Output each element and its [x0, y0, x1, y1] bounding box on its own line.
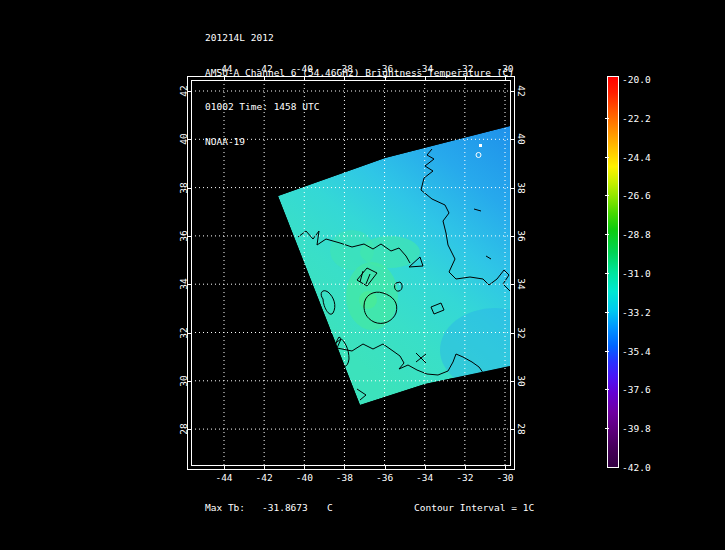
- max-tb-label: Max Tb:: [205, 502, 245, 513]
- plot-canvas: 201214L 2012 AMSU-A Channel 6 (54.46GHz)…: [0, 0, 725, 550]
- colorbar-tick-mark: [605, 351, 609, 352]
- colorbar-tick-label: -35.4: [622, 345, 651, 356]
- swath-green-spot: [359, 291, 377, 309]
- colorbar-tick-mark: [605, 118, 609, 119]
- swath-blue-wash: [440, 308, 550, 392]
- colorbar-tick-mark: [605, 273, 609, 274]
- colorbar-tick-mark: [605, 312, 609, 313]
- colorbar-tick-label: -39.8: [622, 423, 651, 434]
- swath-group: [278, 126, 550, 405]
- colorbar-tick-mark: [605, 428, 609, 429]
- max-tb-unit: C: [327, 502, 333, 513]
- colorbar-tick-mark: [605, 157, 609, 158]
- max-tb-value: -31.8673: [262, 502, 308, 513]
- colorbar-tick-mark: [605, 195, 609, 196]
- station-dot-icon: [479, 144, 482, 147]
- colorbar-tick-label: -33.2: [622, 306, 651, 317]
- colorbar-tick-mark: [605, 234, 609, 235]
- colorbar-tick-label: -24.4: [622, 151, 651, 162]
- colorbar-tick-label: -20.0: [622, 74, 651, 85]
- colorbar-tick-label: -22.2: [622, 112, 651, 123]
- colorbar: [607, 76, 619, 468]
- colorbar-tick-label: -26.6: [622, 190, 651, 201]
- colorbar-tick-label: -28.8: [622, 229, 651, 240]
- colorbar-tick-label: -42.0: [622, 462, 651, 473]
- colorbar-tick-label: -31.0: [622, 268, 651, 279]
- colorbar-tick-label: -37.6: [622, 384, 651, 395]
- colorbar-tick-mark: [605, 389, 609, 390]
- contour-interval-label: Contour Interval = 1C: [414, 502, 534, 513]
